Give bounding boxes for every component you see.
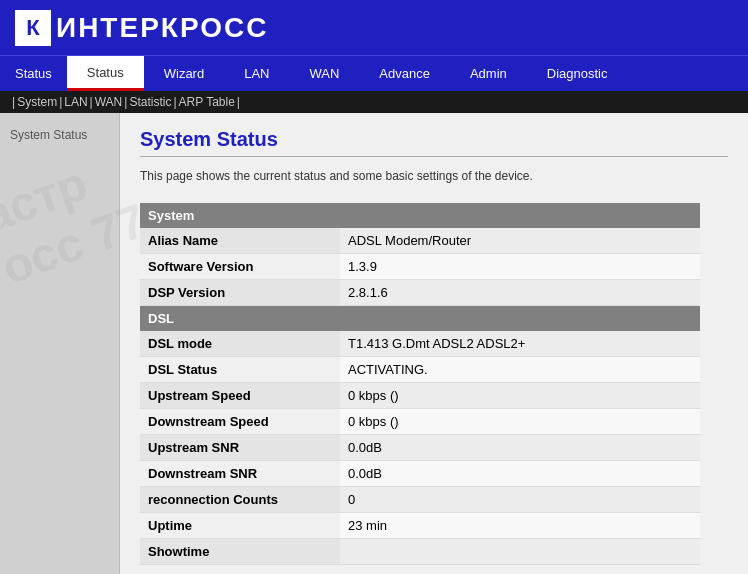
table-row: Software Version 1.3.9 <box>140 254 700 280</box>
breadcrumb-system[interactable]: System <box>17 95 57 109</box>
navbar-status-label: Status <box>0 56 67 91</box>
nav-item-wizard[interactable]: Wizard <box>144 56 224 91</box>
table-row: Upstream SNR 0.0dB <box>140 435 700 461</box>
table-row: DSL mode T1.413 G.Dmt ADSL2 ADSL2+ <box>140 331 700 357</box>
breadcrumb-lan[interactable]: LAN <box>64 95 87 109</box>
system-section-header: System <box>140 203 700 228</box>
main-content: System Status This page shows the curren… <box>120 113 748 574</box>
table-row: Downstream Speed 0 kbps () <box>140 409 700 435</box>
nav-item-lan[interactable]: LAN <box>224 56 289 91</box>
nav-item-diagnostic[interactable]: Diagnostic <box>527 56 628 91</box>
navbar: Status Status Wizard LAN WAN Advance Adm… <box>0 55 748 91</box>
table-row: Showtime <box>140 539 700 565</box>
logo-text: ИНТЕРКРОСС <box>56 12 268 44</box>
status-table: System Alias Name ADSL Modem/Router Soft… <box>140 203 700 565</box>
breadcrumb-statistic[interactable]: Statistic <box>129 95 171 109</box>
table-row: Upstream Speed 0 kbps () <box>140 383 700 409</box>
breadcrumb-wan[interactable]: WAN <box>95 95 123 109</box>
table-row: DSP Version 2.8.1.6 <box>140 280 700 306</box>
table-row: Downstream SNR 0.0dB <box>140 461 700 487</box>
breadcrumb-arp-table[interactable]: ARP Table <box>179 95 235 109</box>
table-row: Uptime 23 min <box>140 513 700 539</box>
logo-icon: К <box>15 10 51 46</box>
header: К ИНТЕРКРОСС <box>0 0 748 55</box>
dsl-section-header: DSL <box>140 306 700 332</box>
sidebar-item-system-status[interactable]: System Status <box>5 123 114 147</box>
nav-item-admin[interactable]: Admin <box>450 56 527 91</box>
table-row: DSL Status ACTIVATING. <box>140 357 700 383</box>
nav-item-status[interactable]: Status <box>67 56 144 91</box>
page-title: System Status <box>140 128 728 157</box>
breadcrumb-bar: | System | LAN | WAN | Statistic | ARP T… <box>0 91 748 113</box>
nav-item-advance[interactable]: Advance <box>359 56 450 91</box>
page-description: This page shows the current status and s… <box>140 169 728 183</box>
sidebar: System Status астросс 77 <box>0 113 120 574</box>
nav-item-wan[interactable]: WAN <box>289 56 359 91</box>
table-row: Alias Name ADSL Modem/Router <box>140 228 700 254</box>
content-wrapper: System Status астросс 77 System Status T… <box>0 113 748 574</box>
table-row: reconnection Counts 0 <box>140 487 700 513</box>
